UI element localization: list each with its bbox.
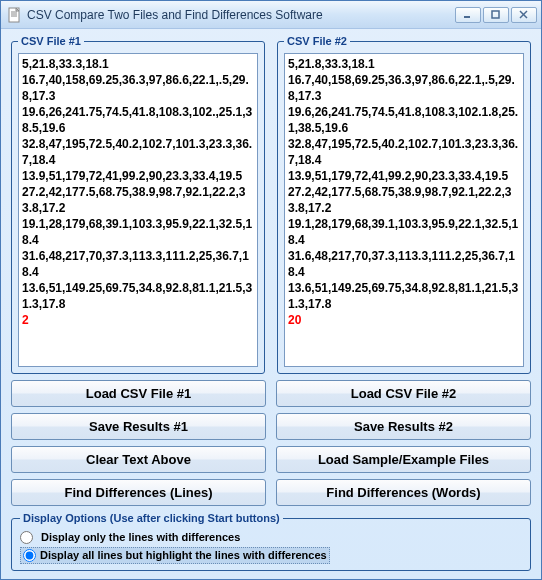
text-line: 19.6,26,241.75,74.5,41.8,108.3,102.1.8,2… [288,104,520,136]
files-row: CSV File #1 5,21.8,33.3,18.116.7,40,158,… [11,35,531,374]
text-line: 31.6,48,217,70,37.3,113.3,111.2,25,36.7,… [22,248,254,280]
client-area: CSV File #1 5,21.8,33.3,18.116.7,40,158,… [1,29,541,579]
titlebar: CSV Compare Two Files and Find Differenc… [1,1,541,29]
find-differences-words-button[interactable]: Find Differences (Words) [276,479,531,506]
text-line: 5,21.8,33.3,18.1 [288,56,520,72]
find-differences-lines-button[interactable]: Find Differences (Lines) [11,479,266,506]
app-window: CSV Compare Two Files and Find Differenc… [0,0,542,580]
text-line-diff: 20 [288,312,520,328]
text-line: 13.9,51,179,72,41,99.2,90,23.3,33.4,19.5 [288,168,520,184]
text-line: 31.6,48,217,70,37.3,113.3,111.2,25,36.7,… [288,248,520,280]
display-options-container: Display Options (Use after clicking Star… [11,512,531,571]
load-csv-1-button[interactable]: Load CSV File #1 [11,380,266,407]
text-line: 27.2,42,177.5,68.75,38.9,98.7,92.1,22.2,… [288,184,520,216]
clear-text-button[interactable]: Clear Text Above [11,446,266,473]
minimize-button[interactable] [455,7,481,23]
text-line: 19.1,28,179,68,39.1,103.3,95.9,22.1,32.5… [288,216,520,248]
csv-file-2-legend: CSV File #2 [284,35,350,47]
csv-file-2-textbox[interactable]: 5,21.8,33.3,18.116.7,40,158,69.25,36.3,9… [284,53,524,367]
csv-file-1-textbox[interactable]: 5,21.8,33.3,18.116.7,40,158,69.25,36.3,9… [18,53,258,367]
display-all-highlight-radio[interactable] [23,549,36,562]
window-title: CSV Compare Two Files and Find Differenc… [27,8,453,22]
save-results-1-button[interactable]: Save Results #1 [11,413,266,440]
save-results-2-button[interactable]: Save Results #2 [276,413,531,440]
text-line: 19.1,28,179,68,39.1,103.3,95.9,22.1,32.5… [22,216,254,248]
text-line: 32.8,47,195,72.5,40.2,102.7,101.3,23.3,3… [288,136,520,168]
csv-file-2-group: CSV File #2 5,21.8,33.3,18.116.7,40,158,… [277,35,531,374]
display-only-diff-radio[interactable] [20,531,33,544]
text-line: 13.6,51,149.25,69.75,34.8,92.8,81.1,21.5… [288,280,520,312]
display-all-highlight-label[interactable]: Display all lines but highlight the line… [40,549,327,561]
text-line: 16.7,40,158,69.25,36.3,97,86.6,22.1,.5,2… [22,72,254,104]
text-line: 13.6,51,149.25,69.75,34.8,92.8,81.1,21.5… [22,280,254,312]
display-only-diff-label[interactable]: Display only the lines with differences [41,531,240,543]
close-button[interactable] [511,7,537,23]
text-line: 16.7,40,158,69.25,36.3,97,86.6,22.1,.5,2… [288,72,520,104]
text-line: 19.6,26,241.75,74.5,41.8,108.3,102.,25.1… [22,104,254,136]
csv-file-1-legend: CSV File #1 [18,35,84,47]
app-icon [7,7,23,23]
load-csv-2-button[interactable]: Load CSV File #2 [276,380,531,407]
display-options-legend: Display Options (Use after clicking Star… [20,512,283,524]
text-line-diff: 2 [22,312,254,328]
svg-rect-5 [492,11,499,18]
load-sample-button[interactable]: Load Sample/Example Files [276,446,531,473]
csv-file-1-group: CSV File #1 5,21.8,33.3,18.116.7,40,158,… [11,35,265,374]
display-options-group: Display Options (Use after clicking Star… [11,512,531,571]
maximize-button[interactable] [483,7,509,23]
text-line: 13.9,51,179,72,41,99.2,90,23.3,33.4,19.5 [22,168,254,184]
text-line: 32.8,47,195,72.5,40.2,102.7,101.3,23.3,3… [22,136,254,168]
text-line: 5,21.8,33.3,18.1 [22,56,254,72]
text-line: 27.2,42,177.5,68.75,38.9,98.7,92.1,22.2,… [22,184,254,216]
